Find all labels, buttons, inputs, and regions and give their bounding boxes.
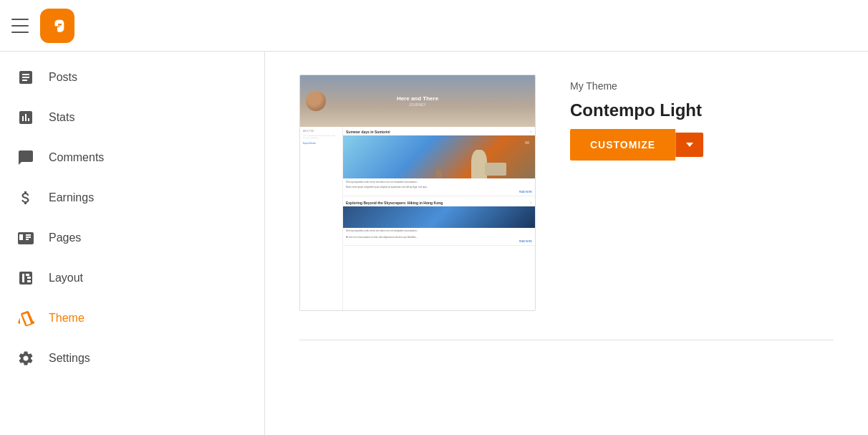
sidebar: Posts Stats Comments Earnings Pages <box>0 52 265 435</box>
theme-icon <box>17 310 34 327</box>
theme-preview: Here and There JOURNEY ABOUT ME Sed ut p… <box>299 75 536 311</box>
preview-post2-close: ✕ <box>530 201 532 204</box>
sidebar-item-stats-label: Stats <box>49 111 74 124</box>
preview-sidebar-link[interactable]: Export theme <box>303 142 339 145</box>
preview-post2-image <box>343 206 535 228</box>
sidebar-item-layout[interactable]: Layout <box>0 258 264 298</box>
document-icon <box>17 69 34 86</box>
preview-post1-text2: Nemo enim ipsam voluptatem quia voluptas… <box>343 186 535 191</box>
my-theme-label: My Theme <box>570 80 703 92</box>
preview-post-1: Summer days in Santorini ✕ <box>343 127 535 196</box>
sidebar-item-comments-label: Comments <box>49 151 104 164</box>
main-content: Here and There JOURNEY ABOUT ME Sed ut p… <box>265 52 868 435</box>
sidebar-item-pages-label: Pages <box>49 231 81 244</box>
preview-blog-subtitle: JOURNEY <box>397 102 438 107</box>
preview-post1-text: Sed ut perspiciatis unde omnis iste natu… <box>343 178 535 186</box>
theme-name: Contempo Light <box>570 100 703 120</box>
theme-section: Here and There JOURNEY ABOUT ME Sed ut p… <box>299 75 834 311</box>
sidebar-item-posts-label: Posts <box>49 71 77 84</box>
preview-avatar <box>306 91 326 111</box>
dollar-icon <box>17 189 34 206</box>
preview-posts-area: Summer days in Santorini ✕ <box>343 127 535 310</box>
gear-icon <box>17 350 34 367</box>
sidebar-item-pages[interactable]: Pages <box>0 218 264 258</box>
preview-post1-image <box>343 135 535 178</box>
sidebar-item-settings[interactable]: Settings <box>0 338 264 378</box>
preview-blog-title: Here and There <box>397 95 438 102</box>
sidebar-item-earnings[interactable]: Earnings <box>0 178 264 218</box>
sidebar-item-comments[interactable]: Comments <box>0 138 264 178</box>
pages-icon <box>17 229 34 247</box>
sidebar-item-theme-label: Theme <box>49 312 85 325</box>
preview-post1-readmore[interactable]: READ MORE <box>343 191 535 196</box>
preview-sidebar-text2: Sed ut perspiciatis unde omnis iste natu… <box>303 135 339 140</box>
stats-icon <box>17 109 34 126</box>
sidebar-item-layout-label: Layout <box>49 272 83 285</box>
preview-post1-close: ✕ <box>530 130 532 133</box>
sidebar-item-posts[interactable]: Posts <box>0 57 264 97</box>
preview-post2-text: Sed ut perspiciatis unde omnis iste natu… <box>343 228 535 234</box>
layout-icon <box>17 269 34 287</box>
sidebar-item-settings-label: Settings <box>49 352 90 365</box>
sidebar-item-theme[interactable]: Theme <box>0 298 264 338</box>
customize-dropdown-button[interactable] <box>675 133 703 157</box>
content-area: Posts Stats Comments Earnings Pages <box>0 52 868 435</box>
preview-blog-header: Here and There JOURNEY <box>300 75 535 127</box>
topbar <box>0 0 868 52</box>
preview-sidebar: ABOUT ME Sed ut perspiciatis unde omnis … <box>300 127 343 310</box>
sidebar-item-earnings-label: Earnings <box>49 191 94 204</box>
preview-post2-readmore[interactable]: READ MORE <box>343 240 535 245</box>
chevron-down-icon <box>686 143 693 147</box>
bottom-separator <box>299 340 834 340</box>
menu-icon[interactable] <box>11 19 29 33</box>
blogger-logo-icon <box>47 16 67 36</box>
chat-icon <box>17 149 34 166</box>
theme-info: My Theme Contempo Light CUSTOMIZE <box>570 75 703 161</box>
sidebar-item-stats[interactable]: Stats <box>0 97 264 138</box>
preview-post2-text2: At vero eos et accusamus et iusto odio d… <box>343 234 535 240</box>
preview-post1-title: Summer days in Santorini <box>346 130 390 134</box>
preview-post-2: Exploring Beyond the Skyscrapers: Hiking… <box>343 198 535 245</box>
preview-sidebar-text1: ABOUT ME <box>303 130 339 133</box>
blogger-logo <box>40 9 74 43</box>
customize-button[interactable]: CUSTOMIZE <box>570 129 675 161</box>
customize-button-group: CUSTOMIZE <box>570 129 703 161</box>
preview-post2-title: Exploring Beyond the Skyscrapers: Hiking… <box>346 201 443 205</box>
